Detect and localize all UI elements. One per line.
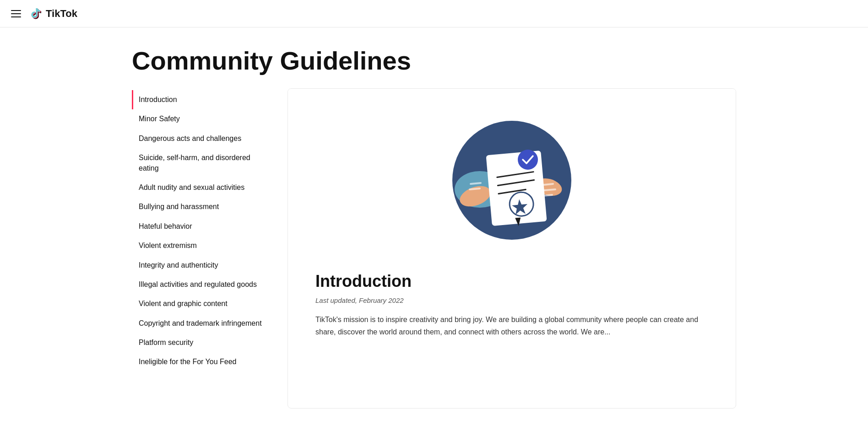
sidebar-item-violent-graphic[interactable]: Violent and graphic content (132, 294, 269, 313)
main-content-panel: Introduction Last updated, February 2022… (288, 88, 736, 409)
sidebar-item-dangerous-acts[interactable]: Dangerous acts and challenges (132, 129, 269, 148)
content-text-area: Introduction Last updated, February 2022… (288, 263, 736, 366)
page-container: Community Guidelines IntroductionMinor S… (114, 27, 754, 409)
tiktok-logo-icon (28, 6, 43, 21)
illustration-area (288, 89, 736, 263)
content-section-heading: Introduction (315, 272, 708, 291)
content-body-text: TikTok's mission is to inspire creativit… (315, 313, 708, 338)
svg-line-16 (470, 188, 480, 189)
logo[interactable]: TikTok (28, 6, 77, 21)
community-guidelines-illustration (448, 116, 576, 244)
sidebar-item-copyright[interactable]: Copyright and trademark infringement (132, 314, 269, 333)
header: TikTok (0, 0, 868, 27)
svg-line-14 (543, 195, 552, 196)
sidebar-item-integrity[interactable]: Integrity and authenticity (132, 256, 269, 275)
logo-label: TikTok (46, 8, 77, 20)
page-title: Community Guidelines (132, 27, 736, 88)
content-date: Last updated, February 2022 (315, 296, 708, 304)
sidebar-item-adult-nudity[interactable]: Adult nudity and sexual activities (132, 178, 269, 197)
svg-line-12 (544, 184, 553, 185)
content-layout: IntroductionMinor SafetyDangerous acts a… (132, 88, 736, 409)
sidebar-item-introduction[interactable]: Introduction (132, 90, 269, 109)
sidebar-item-violent-extremism[interactable]: Violent extremism (132, 236, 269, 255)
sidebar: IntroductionMinor SafetyDangerous acts a… (132, 88, 269, 372)
sidebar-item-illegal-activities[interactable]: Illegal activities and regulated goods (132, 275, 269, 294)
sidebar-item-platform-security[interactable]: Platform security (132, 333, 269, 352)
sidebar-item-bullying[interactable]: Bullying and harassment (132, 197, 269, 216)
menu-button[interactable] (11, 10, 21, 17)
sidebar-item-hateful[interactable]: Hateful behavior (132, 217, 269, 236)
sidebar-item-suicide-self-harm[interactable]: Suicide, self-harm, and disordered eatin… (132, 148, 269, 178)
sidebar-item-minor-safety[interactable]: Minor Safety (132, 109, 269, 129)
sidebar-item-ineligible[interactable]: Ineligible for the For You Feed (132, 352, 269, 371)
svg-line-13 (544, 189, 555, 190)
svg-point-11 (518, 150, 538, 170)
svg-line-15 (471, 183, 481, 184)
